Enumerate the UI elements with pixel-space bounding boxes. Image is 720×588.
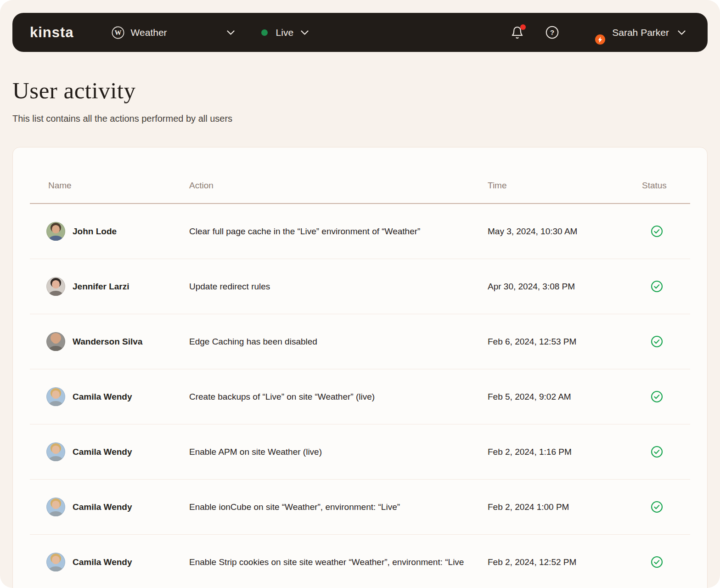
- action-text: Update redirect rules: [189, 279, 488, 294]
- status-cell: [642, 335, 690, 348]
- user-cell: Camila Wendy: [30, 553, 189, 571]
- table-row: John Lode Clear full page cache in the “…: [30, 204, 690, 259]
- status-cell: [642, 446, 690, 458]
- user-cell: Camila Wendy: [30, 498, 189, 516]
- avatar: [46, 553, 65, 571]
- user-name: Jennifer Larzi: [73, 282, 129, 292]
- column-header-time: Time: [488, 181, 642, 191]
- user-name: Camila Wendy: [73, 447, 132, 457]
- success-status-icon: [651, 335, 663, 348]
- user-name: Camila Wendy: [73, 392, 132, 402]
- environment-selector-dropdown[interactable]: Live: [261, 27, 309, 38]
- svg-text:W: W: [114, 29, 121, 36]
- time-text: Feb 2, 2024, 12:52 PM: [488, 557, 642, 567]
- wordpress-icon: W: [112, 26, 124, 39]
- success-status-icon: [651, 556, 663, 568]
- notifications-button[interactable]: [511, 26, 524, 40]
- table-row: Wanderson Silva Edge Caching has been di…: [30, 314, 690, 369]
- user-cell: Wanderson Silva: [30, 332, 189, 351]
- action-text: Create backups of “Live” on site “Weathe…: [189, 390, 488, 404]
- user-name: Wanderson Silva: [73, 337, 142, 347]
- avatar: [46, 332, 65, 351]
- user-name: Camila Wendy: [73, 502, 132, 512]
- chevron-down-icon: [227, 30, 235, 35]
- table-row: Camila Wendy Enable APM on site Weather …: [30, 424, 690, 480]
- action-text: Enable APM on site Weather (live): [189, 445, 488, 459]
- user-avatar: [582, 22, 602, 43]
- chevron-down-icon: [678, 30, 686, 35]
- time-text: Feb 2, 2024 1:00 PM: [488, 502, 642, 512]
- success-status-icon: [651, 280, 663, 293]
- navbar-actions: ? Sarah Parker: [511, 22, 686, 43]
- column-header-name: Name: [30, 181, 189, 191]
- time-text: Feb 5, 2024, 9:02 AM: [488, 392, 642, 402]
- avatar: [46, 387, 65, 406]
- success-status-icon: [651, 225, 663, 237]
- lightning-bolt-icon: [598, 37, 602, 43]
- user-cell: Camila Wendy: [30, 442, 189, 461]
- user-activity-card: Name Action Time Status John Lode Clear …: [12, 147, 708, 588]
- column-header-action: Action: [189, 181, 488, 191]
- page: kinsta W Weather Live: [0, 0, 720, 588]
- success-status-icon: [651, 501, 663, 513]
- user-cell: John Lode: [30, 222, 189, 241]
- table-header: Name Action Time Status: [30, 147, 690, 204]
- question-mark-icon: ?: [546, 26, 559, 39]
- success-status-icon: [651, 446, 663, 458]
- top-navbar: kinsta W Weather Live: [12, 13, 708, 52]
- table-row: Jennifer Larzi Update redirect rules Apr…: [30, 259, 690, 314]
- user-name: Camila Wendy: [73, 557, 132, 567]
- time-text: Feb 6, 2024, 12:53 PM: [488, 337, 642, 347]
- site-selector-label: Weather: [131, 27, 167, 38]
- status-cell: [642, 225, 690, 237]
- user-cell: Jennifer Larzi: [30, 277, 189, 296]
- action-text: Enable Strip cookies on site site weathe…: [189, 555, 488, 570]
- user-name: John Lode: [73, 226, 117, 237]
- success-status-icon: [651, 390, 663, 403]
- status-cell: [642, 556, 690, 568]
- avatar: [46, 498, 65, 516]
- time-text: May 3, 2024, 10:30 AM: [488, 226, 642, 237]
- page-title: User activity: [12, 77, 708, 104]
- action-text: Clear full page cache in the “Live” envi…: [189, 224, 488, 239]
- site-selector-dropdown[interactable]: W Weather: [112, 26, 235, 39]
- help-button[interactable]: ?: [546, 26, 559, 39]
- lightning-badge: [595, 34, 605, 45]
- avatar: [46, 277, 65, 296]
- status-cell: [642, 280, 690, 293]
- action-text: Enable ionCube on site “Weather”, enviro…: [189, 500, 488, 514]
- live-status-dot: [261, 29, 268, 36]
- avatar: [46, 222, 65, 241]
- page-subtitle: This list contains all the actions perfo…: [12, 113, 708, 124]
- environment-label: Live: [276, 27, 294, 38]
- table-row: Camila Wendy Enable ionCube on site “Wea…: [30, 480, 690, 535]
- user-name: Sarah Parker: [612, 27, 669, 38]
- status-cell: [642, 501, 690, 513]
- user-cell: Camila Wendy: [30, 387, 189, 406]
- unread-notification-dot: [520, 24, 526, 30]
- table-row: Camila Wendy Create backups of “Live” on…: [30, 369, 690, 424]
- avatar: [46, 442, 65, 461]
- status-cell: [642, 390, 690, 403]
- action-text: Edge Caching has been disabled: [189, 334, 488, 349]
- column-header-status: Status: [642, 181, 690, 191]
- user-menu[interactable]: Sarah Parker: [582, 22, 686, 43]
- time-text: Feb 2, 2024, 1:16 PM: [488, 447, 642, 457]
- kinsta-logo[interactable]: kinsta: [30, 24, 74, 41]
- time-text: Apr 30, 2024, 3:08 PM: [488, 282, 642, 292]
- svg-text:?: ?: [550, 28, 554, 36]
- table-row: Camila Wendy Enable Strip cookies on sit…: [30, 535, 690, 588]
- chevron-down-icon: [301, 30, 309, 35]
